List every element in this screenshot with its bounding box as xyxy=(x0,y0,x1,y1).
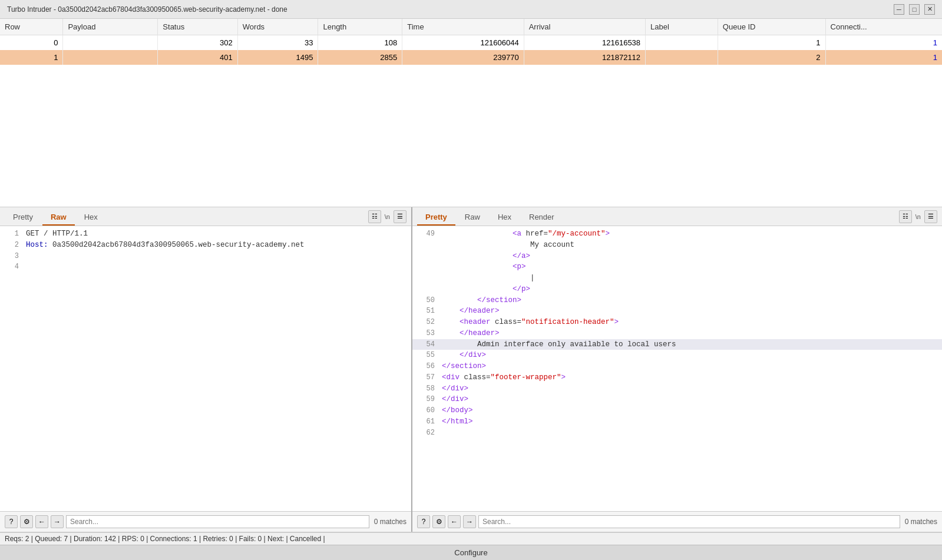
col-connection[interactable]: Connecti... xyxy=(825,19,942,35)
code-line: 55 </div> xyxy=(412,350,942,361)
results-table: Row Payload Status Words Length Time Arr… xyxy=(0,19,942,65)
wrap-icon-right[interactable]: ☷ xyxy=(899,210,912,223)
code-line: 50 </section> xyxy=(412,295,942,306)
menu-icon-right[interactable]: ☰ xyxy=(924,210,937,223)
left-code-area: 1GET / HTTP/1.12Host: 0a3500d2042acb6780… xyxy=(0,226,411,511)
tab-hex-left[interactable]: Hex xyxy=(76,210,106,226)
matches-label-left: 0 matches xyxy=(374,518,406,526)
col-arrival[interactable]: Arrival xyxy=(524,19,645,35)
next-match-right[interactable]: → xyxy=(463,515,476,528)
tab-raw-left[interactable]: Raw xyxy=(42,210,75,226)
prev-match-right[interactable]: ← xyxy=(448,515,461,528)
tab-pretty-right[interactable]: Pretty xyxy=(417,210,455,226)
code-line: 49 <a href="/my-account"> xyxy=(412,228,942,240)
code-line: 54 Admin interface only available to loc… xyxy=(412,339,942,350)
code-line: 3 xyxy=(0,251,411,261)
help-icon-left[interactable]: ? xyxy=(5,515,18,528)
code-line: | xyxy=(412,273,942,284)
minimize-button[interactable]: ─ xyxy=(894,4,904,15)
search-input-left[interactable] xyxy=(66,515,369,528)
right-code-area: 49 <a href="/my-account"> My account </a… xyxy=(412,226,942,511)
newline-icon-left[interactable]: \n xyxy=(385,213,390,220)
menu-icon-left[interactable]: ☰ xyxy=(394,210,406,223)
col-queueid[interactable]: Queue ID xyxy=(718,19,825,35)
help-icon-right[interactable]: ? xyxy=(417,515,430,528)
title-bar: Turbo Intruder - 0a3500d2042acb67804d3fa… xyxy=(0,0,942,19)
prev-match-left[interactable]: ← xyxy=(35,515,48,528)
close-button[interactable]: ✕ xyxy=(924,4,935,15)
code-line: 52 <header class="notification-header"> xyxy=(412,317,942,328)
table-header-row: Row Payload Status Words Length Time Arr… xyxy=(0,19,942,35)
results-table-area: Row Payload Status Words Length Time Arr… xyxy=(0,19,942,207)
next-match-left[interactable]: → xyxy=(51,515,64,528)
window-title: Turbo Intruder - 0a3500d2042acb67804d3fa… xyxy=(7,5,894,14)
right-tab-bar: Pretty Raw Hex Render ☷ \n ☰ xyxy=(412,207,942,226)
code-line: 61</html> xyxy=(412,416,942,428)
col-time[interactable]: Time xyxy=(402,19,524,35)
code-line: 58</div> xyxy=(412,383,942,395)
col-status[interactable]: Status xyxy=(158,19,237,35)
col-payload[interactable]: Payload xyxy=(63,19,158,35)
left-tab-icons: ☷ \n ☰ xyxy=(368,210,406,226)
tab-raw-right[interactable]: Raw xyxy=(457,210,488,226)
code-line: </p> xyxy=(412,284,942,295)
right-panel: Pretty Raw Hex Render ☷ \n ☰ 49 <a href=… xyxy=(412,207,942,532)
left-panel: Pretty Raw Hex ☷ \n ☰ 1GET / HTTP/1.12Ho… xyxy=(0,207,412,532)
code-line: 62 xyxy=(412,428,942,438)
matches-label-right: 0 matches xyxy=(905,518,937,526)
right-search-bar: ? ⚙ ← → 0 matches xyxy=(412,511,942,532)
tab-hex-right[interactable]: Hex xyxy=(490,210,520,226)
code-line: 57<div class="footer-wrapper"> xyxy=(412,372,942,383)
code-line: 53 </header> xyxy=(412,328,942,339)
wrap-icon-left[interactable]: ☷ xyxy=(368,210,381,223)
code-line: 1GET / HTTP/1.1 xyxy=(0,228,411,240)
status-text: Reqs: 2 | Queued: 7 | Duration: 142 | RP… xyxy=(5,535,325,543)
code-line: 2Host: 0a3500d2042acb67804d3fa300950065.… xyxy=(0,240,411,251)
code-line: <p> xyxy=(412,261,942,273)
code-line: 60</body> xyxy=(412,405,942,416)
split-pane: Pretty Raw Hex ☷ \n ☰ 1GET / HTTP/1.12Ho… xyxy=(0,207,942,532)
window-controls: ─ □ ✕ xyxy=(894,4,935,15)
code-line: 59</div> xyxy=(412,394,942,405)
code-line: My account xyxy=(412,240,942,251)
right-tab-icons: ☷ \n ☰ xyxy=(899,210,937,226)
tab-pretty-left[interactable]: Pretty xyxy=(5,210,41,226)
code-line: 56</section> xyxy=(412,361,942,372)
newline-icon-right[interactable]: \n xyxy=(915,213,921,220)
configure-label: Configure xyxy=(454,548,487,557)
search-input-right[interactable] xyxy=(478,515,900,528)
settings-icon-left[interactable]: ⚙ xyxy=(20,515,33,528)
col-row[interactable]: Row xyxy=(0,19,63,35)
left-tab-bar: Pretty Raw Hex ☷ \n ☰ xyxy=(0,207,411,226)
table-row[interactable]: 03023310812160604412161653811 xyxy=(0,35,942,51)
configure-bar[interactable]: Configure xyxy=(0,545,942,560)
code-line: </a> xyxy=(412,251,942,262)
code-line: 51 </header> xyxy=(412,306,942,317)
status-bar: Reqs: 2 | Queued: 7 | Duration: 142 | RP… xyxy=(0,532,942,545)
code-line: 4 xyxy=(0,261,411,272)
col-length[interactable]: Length xyxy=(318,19,402,35)
col-label[interactable]: Label xyxy=(646,19,718,35)
tab-render-right[interactable]: Render xyxy=(521,210,563,226)
settings-icon-right[interactable]: ⚙ xyxy=(432,515,445,528)
table-row[interactable]: 14011495285523977012187211221 xyxy=(0,50,942,65)
left-search-bar: ? ⚙ ← → 0 matches xyxy=(0,511,411,532)
maximize-button[interactable]: □ xyxy=(909,4,920,15)
col-words[interactable]: Words xyxy=(237,19,318,35)
